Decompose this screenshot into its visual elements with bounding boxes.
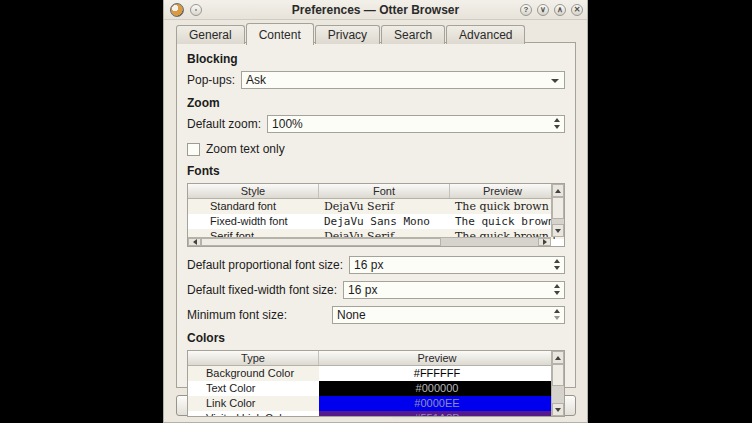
colors-col-preview[interactable]: Preview [319,351,555,365]
help-button[interactable]: ? [520,4,532,16]
spin-down-icon[interactable] [554,291,560,295]
keep-above-button[interactable]: ∧ [554,4,566,16]
colors-table: Type Preview Background Color #FFFFFF Te… [187,350,565,417]
fixed-width-font-size-spinbox[interactable]: 16 px [343,281,565,299]
preferences-dialog: Preferences — Otter Browser ? ∨ ∧ ✕ Gene… [163,0,588,423]
fonts-row-standard[interactable]: Standard font DejaVu Serif The quick bro… [188,199,564,214]
otter-browser-icon [170,3,184,17]
fonts-row-fixed-width[interactable]: Fixed-width font DejaVu Sans Mono The qu… [188,214,564,229]
tab-advanced[interactable]: Advanced [446,25,525,44]
colors-section-title: Colors [187,331,565,345]
popups-dropdown[interactable]: Ask [241,71,565,89]
default-zoom-label: Default zoom: [187,117,267,131]
colors-col-type[interactable]: Type [188,351,319,365]
spin-down-icon[interactable] [554,125,560,129]
spin-up-icon[interactable] [554,259,560,263]
tab-general[interactable]: General [176,25,245,44]
scroll-up-icon[interactable] [552,184,564,197]
titlebar[interactable]: Preferences — Otter Browser ? ∨ ∧ ✕ [164,0,587,20]
fonts-vertical-scrollbar[interactable] [551,184,564,237]
colors-row-background[interactable]: Background Color #FFFFFF [188,366,564,381]
colors-row-text[interactable]: Text Color #000000 [188,381,564,396]
popups-label: Pop-ups: [187,73,241,87]
fonts-hscroll-thumb[interactable] [201,238,441,246]
fonts-table-header: Style Font Preview [188,184,564,199]
spin-up-icon[interactable] [554,309,560,313]
tab-search[interactable]: Search [381,25,445,44]
tab-content[interactable]: Content [246,23,314,45]
minimum-font-size-label: Minimum font size: [187,308,332,322]
fonts-section-title: Fonts [187,164,565,178]
tab-privacy[interactable]: Privacy [315,25,380,44]
fonts-horizontal-scrollbar[interactable] [188,237,551,246]
fonts-col-font[interactable]: Font [319,184,450,198]
spin-up-icon[interactable] [554,284,560,288]
scroll-right-icon[interactable] [538,238,551,246]
fonts-col-style[interactable]: Style [188,184,319,198]
shade-button[interactable]: ∨ [537,4,549,16]
proportional-font-size-spinbox[interactable]: 16 px [349,256,565,274]
zoom-section-title: Zoom [187,96,565,110]
content-tab-panel: Blocking Pop-ups: Ask Zoom Default zoom:… [176,42,576,388]
default-zoom-value: 100% [272,117,303,131]
colors-row-visited-link[interactable]: Visited Link Color #551A8B [188,411,564,417]
chevron-down-icon [551,79,559,83]
spin-down-icon[interactable] [554,266,560,270]
colors-vscroll-thumb[interactable] [552,364,564,386]
pin-button[interactable] [190,4,202,16]
colors-table-header: Type Preview [188,351,564,366]
fixed-width-font-size-label: Default fixed-width font size: [187,283,343,297]
spin-up-icon[interactable] [554,118,560,122]
zoom-text-only-checkbox[interactable] [187,143,200,156]
popups-dropdown-value: Ask [246,73,266,87]
tab-bar: General Content Privacy Search Advanced [176,23,575,44]
zoom-text-only-label: Zoom text only [206,142,285,156]
scroll-up-icon[interactable] [552,351,564,364]
proportional-font-size-label: Default proportional font size: [187,258,349,272]
scroll-down-icon[interactable] [552,403,564,416]
colors-vertical-scrollbar[interactable] [551,351,564,416]
blocking-section-title: Blocking [187,52,565,66]
scroll-left-icon[interactable] [188,238,201,246]
spin-down-icon[interactable] [554,316,560,320]
fonts-col-preview[interactable]: Preview [450,184,555,198]
colors-row-link[interactable]: Link Color #0000EE [188,396,564,411]
close-button[interactable]: ✕ [571,4,583,16]
fonts-table: Style Font Preview Standard font DejaVu … [187,183,565,247]
fonts-vscroll-thumb[interactable] [552,197,564,219]
default-zoom-spinbox[interactable]: 100% [267,115,565,133]
minimum-font-size-spinbox[interactable]: None [332,306,565,324]
scroll-down-icon[interactable] [552,224,564,237]
